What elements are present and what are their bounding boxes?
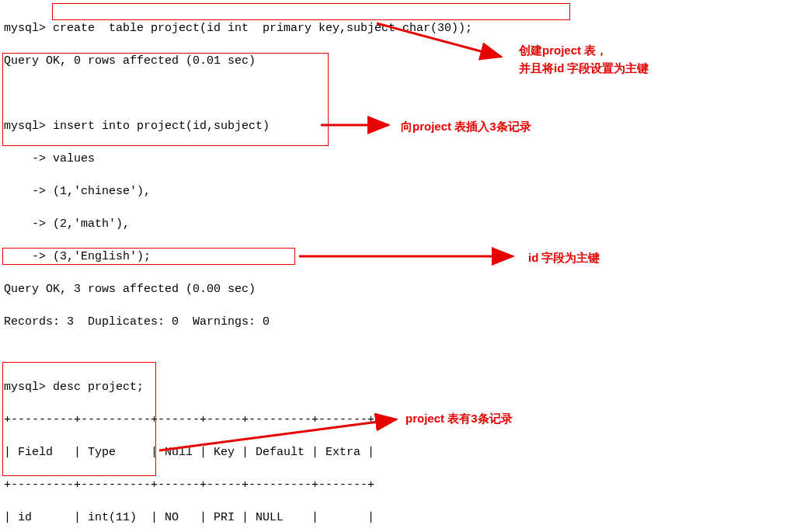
code-line: Query OK, 3 rows affected (0.00 sec) — [4, 281, 797, 297]
code-line: Records: 3 Duplicates: 0 Warnings: 0 — [4, 314, 797, 330]
code-line: | Field | Type | Null | Key | Default | … — [4, 444, 797, 461]
code-line — [4, 85, 797, 102]
code-line: +---------+----------+------+-----+-----… — [4, 412, 797, 428]
terminal-output: mysql> create table project(id int prima… — [4, 4, 797, 532]
code-line — [4, 346, 797, 363]
code-line: | id | int(11) | NO | PRI | NULL | | — [4, 509, 797, 526]
annotation-pk: id 字段为主键 — [528, 249, 600, 266]
annotation-create-2: 并且将id 字段设置为主键 — [519, 61, 649, 75]
annotation-select: project 表有3条记录 — [405, 410, 513, 426]
code-line: mysql> create table project(id int prima… — [4, 20, 797, 37]
code-line: Query OK, 0 rows affected (0.01 sec) — [4, 53, 797, 69]
annotation-create: 创建project 表， — [519, 43, 607, 57]
code-line: +---------+----------+------+-----+-----… — [4, 477, 797, 493]
code-line: -> (2,'math'), — [4, 216, 797, 232]
annotation-insert: 向project 表插入3条记录 — [401, 118, 531, 134]
code-line: mysql> desc project; — [4, 379, 797, 395]
code-line: -> values — [4, 151, 797, 167]
code-line: -> (1,'chinese'), — [4, 183, 797, 200]
code-line: -> (3,'English'); — [4, 249, 797, 265]
